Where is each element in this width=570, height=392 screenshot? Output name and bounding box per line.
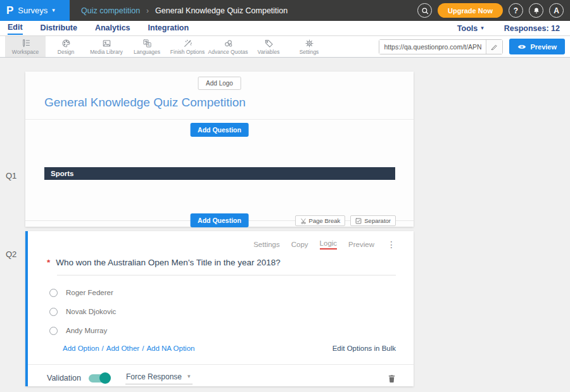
breadcrumb-separator-icon: ›: [146, 6, 149, 15]
help-button[interactable]: ?: [509, 3, 523, 18]
toolbar-item-advance-quotas[interactable]: Advance Quotas: [208, 36, 248, 57]
search-button[interactable]: [417, 3, 432, 18]
workspace-icon: [21, 39, 30, 48]
toolbar-item-label: Advance Quotas: [208, 49, 248, 55]
edit-url-button[interactable]: [486, 40, 502, 54]
validation-row: Validation Force Response ▾: [47, 370, 396, 386]
variables-tag-icon: [264, 39, 274, 48]
editor-toolbar: Workspace Design Media Library A Languag…: [0, 36, 570, 58]
answer-option-row: Novak Djokovic: [49, 305, 116, 318]
answer-option-label[interactable]: Novak Djokovic: [66, 308, 116, 315]
svg-text:A: A: [147, 42, 149, 46]
toolbar-item-languages[interactable]: A Languages: [127, 36, 167, 57]
survey-title[interactable]: General Knowledge Quiz Competition: [44, 96, 246, 110]
scissors-icon: [300, 218, 307, 224]
tab-distribute[interactable]: Distribute: [41, 22, 77, 34]
radio-button[interactable]: [49, 289, 58, 297]
more-options-icon[interactable]: ⋮: [387, 239, 396, 250]
answer-option-label[interactable]: Andy Murray: [66, 327, 107, 334]
question-settings-link[interactable]: Settings: [253, 241, 280, 248]
question-preview-link[interactable]: Preview: [348, 241, 374, 248]
toolbar-item-label: Settings: [300, 49, 319, 55]
survey-canvas: Q1 Q2 Add Logo General Knowledge Quiz Co…: [0, 58, 570, 392]
toolbar-item-design[interactable]: Design: [46, 36, 86, 57]
add-logo-button[interactable]: Add Logo: [198, 77, 241, 90]
survey-header-card: Add Logo General Knowledge Quiz Competit…: [25, 72, 414, 227]
questionpro-logo: P: [6, 5, 13, 16]
answer-option-row: Roger Federer: [49, 286, 113, 299]
pencil-icon: [491, 43, 498, 50]
toolbar-item-label: Finish Options: [170, 49, 205, 55]
tab-edit[interactable]: Edit: [8, 22, 23, 35]
add-question-button-bottom[interactable]: Add Question: [190, 213, 249, 227]
required-marker: *: [47, 258, 50, 267]
module-tabbar: Edit Distribute Analytics Integration To…: [0, 21, 570, 36]
edit-options-in-bulk-link[interactable]: Edit Options in Bulk: [332, 345, 396, 352]
q1-block-header[interactable]: Sports: [44, 167, 395, 180]
upgrade-now-button[interactable]: Upgrade Now: [438, 3, 503, 18]
page-break-button[interactable]: Page Break: [295, 215, 346, 226]
surveys-menu[interactable]: P Surveys ▾: [0, 0, 70, 21]
topbar: P Surveys ▾ Quiz competition › General K…: [0, 0, 570, 21]
toolbar-item-variables[interactable]: Variables: [248, 36, 289, 57]
question-action-menu: Settings Copy Logic Preview ⋮: [253, 239, 396, 250]
add-other-link[interactable]: Add Other: [106, 345, 139, 352]
separator-button[interactable]: Separator: [350, 215, 396, 226]
force-response-label: Force Response: [126, 372, 182, 381]
add-question-button-top[interactable]: Add Question: [190, 123, 249, 137]
tabbar-right: Tools▾ Responses: 12: [457, 24, 562, 33]
responses-count[interactable]: Responses: 12: [504, 24, 560, 33]
tab-analytics[interactable]: Analytics: [95, 22, 130, 34]
toolbar-item-label: Design: [58, 49, 74, 55]
toolbar-item-label: Workspace: [12, 49, 39, 55]
settings-gear-icon: [305, 39, 314, 48]
languages-icon: A: [142, 39, 152, 48]
notifications-button[interactable]: [529, 3, 543, 18]
breadcrumb: Quiz competition › General Knowledge Qui…: [81, 6, 288, 15]
survey-url-box: [379, 39, 503, 54]
radio-button[interactable]: [49, 308, 58, 316]
chevron-down-icon: ▾: [481, 25, 484, 31]
add-option-link[interactable]: Add Option: [63, 345, 99, 352]
breadcrumb-parent[interactable]: Quiz competition: [81, 6, 140, 15]
trash-icon: [388, 374, 396, 383]
force-response-dropdown[interactable]: Force Response ▾: [125, 372, 193, 384]
checkbox-check-icon: [355, 218, 362, 224]
link-separator: /: [102, 345, 104, 352]
question-copy-link[interactable]: Copy: [291, 241, 308, 248]
break-buttons: Page Break Separator: [295, 215, 396, 226]
validation-toggle[interactable]: [89, 374, 110, 383]
question-number-q1: Q1: [6, 171, 16, 180]
toolbar-item-label: Languages: [134, 49, 160, 55]
bell-icon: [533, 7, 540, 15]
preview-label: Preview: [530, 43, 557, 51]
answer-option-label[interactable]: Roger Federer: [66, 289, 113, 296]
toolbar-item-label: Variables: [258, 49, 280, 55]
link-separator: /: [142, 345, 144, 352]
toolbar-item-settings[interactable]: Settings: [289, 36, 329, 57]
toolbar-item-finish-options[interactable]: Finish Options: [167, 36, 208, 57]
tools-dropdown[interactable]: Tools▾: [457, 24, 484, 33]
delete-question-button[interactable]: [388, 374, 396, 383]
toolbar-item-workspace[interactable]: Workspace: [5, 36, 46, 57]
tab-integration[interactable]: Integration: [148, 22, 189, 34]
design-palette-icon: [61, 39, 71, 48]
toolbar-item-media-library[interactable]: Media Library: [86, 36, 127, 57]
radio-button[interactable]: [49, 327, 58, 335]
preview-button[interactable]: Preview: [509, 39, 565, 54]
advance-quotas-chain-icon: [224, 39, 233, 48]
avatar[interactable]: A: [549, 3, 564, 18]
breadcrumb-current: General Knowledge Quiz Competition: [155, 6, 288, 15]
add-na-option-link[interactable]: Add NA Option: [146, 345, 194, 352]
question-number-q2: Q2: [6, 250, 16, 259]
toolbar-item-label: Media Library: [90, 49, 123, 55]
q2-question-card: Settings Copy Logic Preview ⋮ * Who won …: [25, 231, 414, 386]
answer-option-row: Andy Murray: [49, 324, 107, 337]
survey-url-input[interactable]: [379, 40, 486, 54]
toolbar-right: Preview: [379, 36, 570, 57]
page-break-label: Page Break: [309, 217, 341, 224]
toggle-knob: [99, 372, 111, 384]
question-text-underline: [57, 275, 396, 275]
question-logic-link[interactable]: Logic: [320, 239, 338, 250]
question-text[interactable]: Who won the Australian Open Men's Title …: [56, 258, 281, 267]
